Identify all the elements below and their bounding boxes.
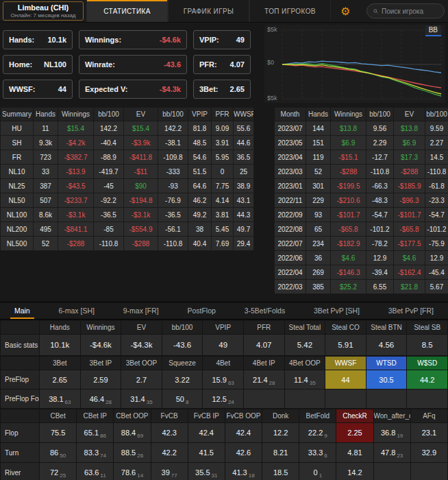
column-header[interactable]: WWSF (234, 108, 254, 121)
search-input[interactable] (382, 8, 438, 15)
detail-tab-6[interactable]: 3Bet PvP [FR] (380, 302, 442, 319)
cell: -101.2 (366, 222, 394, 237)
table-row[interactable]: HU11$15.4142.2$15.4142.281.89.0955.6 (1, 121, 254, 136)
player-box[interactable]: Limbeau (CHI) Онлайн: 7 месяцев назад (3, 1, 84, 21)
detail-tab-5[interactable]: 3Bet PvP [SH] (306, 302, 368, 319)
cell: $4.6 (331, 251, 366, 265)
detail-tab-1[interactable]: 6-max [SH] (50, 302, 103, 319)
detail-tab-3[interactable]: PostFlop (179, 302, 223, 319)
cell: -$101.7 (394, 208, 425, 222)
stat-cell: 3.22 (162, 370, 203, 389)
cell: NL100 (1, 208, 34, 222)
stat-cell (407, 389, 448, 409)
stat-box-6: WWSF:44 (3, 80, 73, 99)
table-row[interactable]: SH9.3k-$4.2k-40.4-$3.9k-38.148.53.9144.6 (1, 136, 254, 150)
stat-cell: 2.65 (40, 370, 81, 389)
column-header[interactable]: EV (394, 108, 425, 121)
cell: -$382.7 (58, 150, 94, 165)
table-row[interactable]: 2022/11229-$210.6-48.3-$96.3-23.3 (275, 193, 448, 208)
cell: 2022/07 (275, 237, 306, 251)
column-header[interactable]: Summary (1, 108, 34, 121)
stat-column-header: Squeeze (162, 357, 203, 370)
table-row[interactable]: 2022/03385$25.26.55$21.85.67 (275, 280, 448, 294)
column-header[interactable]: PFR (212, 108, 234, 121)
column-header[interactable]: Hands (306, 108, 331, 121)
cell: -110.8 (158, 237, 188, 251)
table-row[interactable]: 2022/04269-$146.3-39.4-$162.4-45.4 (275, 265, 448, 280)
column-header[interactable]: bb/100 (158, 108, 188, 121)
table-row[interactable]: 2022/0865-$65.8-101.2-$65.8-101.2 (275, 222, 448, 237)
cell: 2022/11 (275, 193, 306, 208)
stat-cell (284, 389, 325, 409)
settings-gear-icon[interactable]: ⚙ (340, 0, 350, 22)
stat-cell: 83.374 (77, 443, 114, 463)
table-row[interactable]: 2022/0993-$101.7-54.7-$101.7-54.7 (275, 208, 448, 222)
stat-column-header: Donk (262, 409, 299, 423)
column-header[interactable]: Month (275, 108, 306, 121)
cell: 151 (306, 136, 331, 150)
stat-cell: 63.611 (77, 463, 114, 480)
table-row[interactable]: NL25387-$43.5-45$90-9364.67.7538.9 (1, 179, 254, 193)
cell: -54.7 (425, 208, 448, 222)
column-header[interactable]: bb/100 (94, 108, 124, 121)
detail-tab-0[interactable]: Main (6, 302, 38, 319)
table-row[interactable]: 2023/04119-$15.1-12.7$17.314.5 (275, 150, 448, 165)
cell: 38 (188, 222, 212, 237)
detail-tab-4[interactable]: 3-5Bet/Folds (236, 302, 294, 319)
cell: 52 (306, 165, 331, 179)
cell: 48.5 (188, 136, 212, 150)
table-row[interactable]: FR723-$382.7-88.9-$411.8-109.854.65.9536… (1, 150, 254, 165)
table-row[interactable]: NL200495-$841.1-85-$554.9-56.1385.4549.7 (1, 222, 254, 237)
stat-column-header: bb/100 (162, 321, 203, 335)
cell: -101.2 (425, 222, 448, 237)
detail-section-basic: HandsWinningsEVbb/100VPIPPFRSteal TotalS… (0, 320, 448, 356)
detail-tab-2[interactable]: 9-max [FR] (115, 302, 167, 319)
cell: -36.5 (94, 208, 124, 222)
table-row[interactable]: 2023/07144$13.89.56$13.89.59 (275, 121, 448, 136)
table-row[interactable]: NL1008.6k-$3.1k-36.5-$3.1k-36.549.23.814… (1, 208, 254, 222)
column-header[interactable]: EV (124, 108, 158, 121)
cell: -54.7 (366, 208, 394, 222)
stat-cell: 42.4 (225, 423, 262, 443)
stat-column-header: Steal SB (407, 321, 448, 335)
top-tab-0[interactable]: СТАТИСТИКА (86, 0, 168, 22)
column-header[interactable]: Hands (34, 108, 58, 121)
cell: -$15.1 (331, 150, 366, 165)
cell: -$233.7 (58, 193, 94, 208)
stat-row: Basic stats10.1k-$4.6k-$4.3k-43.6494.075… (1, 335, 448, 356)
cell: 385 (306, 280, 331, 294)
table-row[interactable]: 2023/01301-$199.5-66.3-$185.9-61.8 (275, 179, 448, 193)
player-search[interactable] (366, 3, 445, 19)
table-row[interactable]: NL50052-$288-110.8-$288-110.840.47.6929.… (1, 237, 254, 251)
column-header[interactable]: Winnings (331, 108, 366, 121)
cell: -39.4 (366, 265, 394, 280)
stat-cell (410, 463, 447, 480)
stat-column-header: CBet IP (77, 409, 114, 423)
column-header[interactable]: VPIP (188, 108, 212, 121)
cell: -$288 (124, 237, 158, 251)
top-tab-1[interactable]: ГРАФИК ИГРЫ (168, 0, 249, 22)
stat-label: Expected V: (85, 85, 127, 93)
stat-cell: 65.186 (77, 423, 114, 443)
stat-cell: 88.526 (114, 443, 151, 463)
cell: 46.2 (188, 193, 212, 208)
cell: -$841.1 (58, 222, 94, 237)
cell: 38.9 (234, 179, 254, 193)
table-row[interactable]: NL1033-$13.9-419.7-$11-33351.5025 (1, 165, 254, 179)
cell: -333 (158, 165, 188, 179)
column-header[interactable]: bb/100 (425, 108, 448, 121)
stat-cell: -$4.3k (121, 335, 162, 356)
table-row[interactable]: NL50507-$233.7-92.2-$194.8-76.946.24.144… (1, 193, 254, 208)
table-row[interactable]: 2023/05151$6.92.29$6.92.27 (275, 136, 448, 150)
top-tab-2[interactable]: ТОП ИГРОКОВ (249, 0, 331, 22)
top-tabs: СТАТИСТИКАГРАФИК ИГРЫТОП ИГРОКОВ (86, 0, 331, 22)
cell: -$288 (394, 165, 425, 179)
table-row[interactable]: 2022/07234-$182.9-78.2-$177.5-75.9 (275, 237, 448, 251)
table-row[interactable]: 2023/0352-$288-110.8-$288-110.8 (275, 165, 448, 179)
column-header[interactable]: Winnings (58, 108, 94, 121)
table-row[interactable]: 2022/0636$4.612.9$4.612.9 (275, 251, 448, 265)
chart-unit-toggle[interactable]: BB (425, 25, 441, 36)
stat-value: -43.6 (164, 60, 181, 69)
column-header[interactable]: bb/100 (366, 108, 394, 121)
stat-cell: 32.9 (410, 443, 447, 463)
